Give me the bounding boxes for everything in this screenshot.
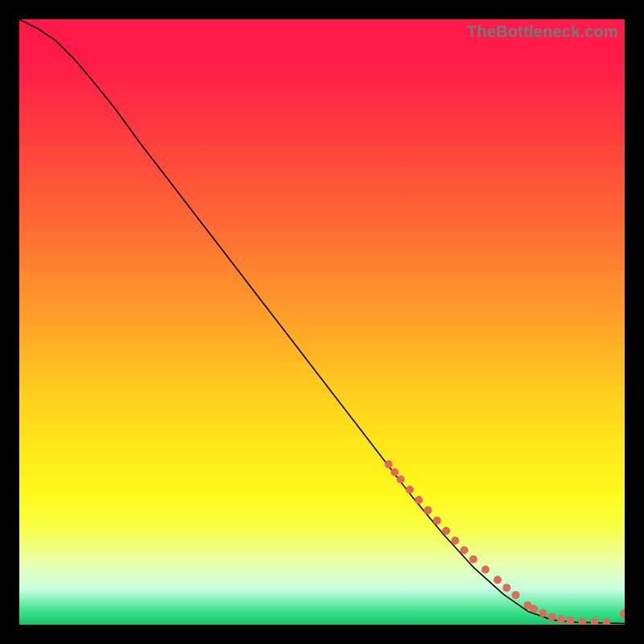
highlight-dot [590,618,598,625]
highlight-dot [620,609,625,618]
highlight-dot [469,555,477,564]
highlight-dot [442,526,450,535]
highlight-dot [530,605,538,613]
highlight-dot [385,460,393,469]
highlight-dot [390,469,398,477]
highlight-dot [502,584,510,592]
highlight-dot [406,485,414,493]
highlight-dot [415,496,423,504]
highlight-dot [481,566,489,574]
highlight-dot [512,591,520,599]
highlight-dot [493,576,502,584]
highlight-dot [602,618,610,625]
highlight-dot [548,613,556,621]
highlight-dot [557,615,565,623]
chart-overlay [19,19,625,625]
highlight-dot [566,617,574,625]
highlight-dot [424,506,432,514]
highlight-dot [451,536,459,544]
plot-area: TheBottleneck.com [19,19,625,625]
highlight-dot [397,476,405,484]
chart-stage: TheBottleneck.com [0,0,644,644]
main-curve [19,19,625,624]
highlight-dots-group [385,460,625,625]
highlight-dot [578,617,586,625]
highlight-dot [433,517,441,525]
highlight-dot [539,609,547,617]
highlight-dot [460,547,469,555]
